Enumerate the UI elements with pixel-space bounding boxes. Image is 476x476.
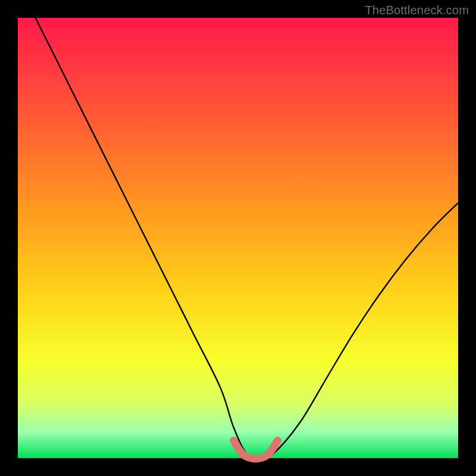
curve-layer (18, 18, 458, 458)
chart-frame: TheBottleneck.com (0, 0, 476, 476)
watermark-text: TheBottleneck.com (365, 4, 469, 17)
bottleneck-curve (36, 18, 458, 458)
plot-area (18, 18, 458, 458)
